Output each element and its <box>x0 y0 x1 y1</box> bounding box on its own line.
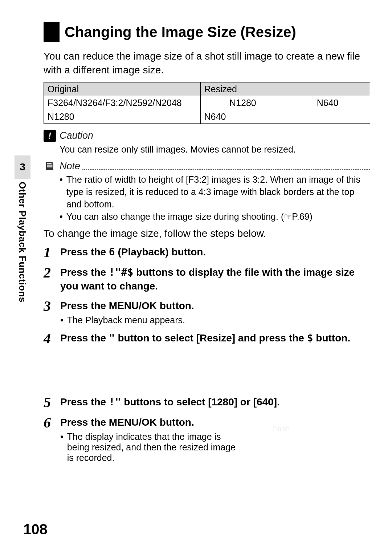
step-number: 4 <box>44 331 60 346</box>
caution-callout: ! Caution You can resize only still imag… <box>44 130 370 156</box>
table-header-original: Original <box>44 82 201 96</box>
intro-text: You can reduce the image size of a shot … <box>44 49 370 77</box>
note-callout: Note •The ratio of width to height of [F… <box>44 160 370 223</box>
table-row: N1280 N640 <box>44 110 370 123</box>
camera-screen: Finish <box>250 416 370 488</box>
step-3: 3 Press the MENU/OK button. •The Playbac… <box>44 299 370 325</box>
caution-icon: ! <box>44 130 56 142</box>
divider-dash <box>95 139 370 139</box>
table-row: F3264/N3264/F3:2/N2592/N2048 N1280 N640 <box>44 96 370 110</box>
note-item: You can also change the image size durin… <box>66 211 313 223</box>
step-title: Press the MENU/OK button. <box>60 299 370 313</box>
down-glyph: " <box>109 332 115 344</box>
step-number: 2 <box>44 266 60 293</box>
step-1: 1 Press the 6 (Playback) button. <box>44 245 370 260</box>
step-text: button to select [Resize] and press the <box>115 332 307 344</box>
table-cell: N1280 <box>44 110 201 123</box>
step-text: button. <box>313 332 351 344</box>
step-6: 6 Press the MENU/OK button. •The display… <box>44 416 370 488</box>
step-5: 5 Press the !" buttons to select [1280] … <box>44 395 370 410</box>
step-sub-text: The display indicates that the image is … <box>67 432 242 463</box>
step-title: Press the MENU/OK button. <box>60 416 242 429</box>
step-title: Press the !" buttons to select [1280] or… <box>60 395 370 409</box>
title-block-icon <box>44 22 60 42</box>
step-number: 3 <box>44 299 60 325</box>
table-cell: N640 <box>200 110 370 123</box>
page-title: Changing the Image Size (Resize) <box>65 24 296 40</box>
manual-page: 3 Other Playback Functions Changing the … <box>0 0 392 555</box>
title-bar: Changing the Image Size (Resize) <box>44 22 370 42</box>
step-text: Press the <box>60 267 109 278</box>
step-text: Press the <box>60 246 109 258</box>
step-number: 1 <box>44 245 60 260</box>
table-cell: F3264/N3264/F3:2/N2592/N2048 <box>44 96 201 110</box>
right-glyph: $ <box>307 332 313 344</box>
resize-table: Original Resized F3264/N3264/F3:2/N2592/… <box>44 82 370 124</box>
step-text: (Playback) button. <box>115 246 206 258</box>
content-area: Changing the Image Size (Resize) You can… <box>44 22 370 488</box>
side-section-number: 3 <box>20 161 25 173</box>
lead-in-text: To change the image size, follow the ste… <box>44 228 370 239</box>
step-title: Press the 6 (Playback) button. <box>60 245 370 259</box>
step-title: Press the !"#$ buttons to display the fi… <box>60 266 370 293</box>
step-2: 2 Press the !"#$ buttons to display the … <box>44 266 370 293</box>
step-text: buttons to select [1280] or [640]. <box>121 396 280 408</box>
caution-body: You can resize only still images. Movies… <box>60 143 296 156</box>
note-icon <box>44 160 56 172</box>
step-number: 5 <box>44 395 60 410</box>
step-text: Press the <box>60 332 109 344</box>
updown-glyphs: !" <box>109 396 121 408</box>
direction-glyphs: !"#$ <box>109 266 133 278</box>
side-section-tab: 3 <box>15 155 30 179</box>
table-header-resized: Resized <box>200 82 370 96</box>
side-section-label: Other Playback Functions <box>17 182 28 303</box>
caution-label: Caution <box>60 130 93 141</box>
step-4: 4 Press the " button to select [Resize] … <box>44 331 370 346</box>
step-sub-text: The Playback menu appears. <box>67 315 185 325</box>
step-title: Press the " button to select [Resize] an… <box>60 331 370 345</box>
page-number: 108 <box>23 521 48 538</box>
table-cell: N640 <box>285 96 370 110</box>
note-label: Note <box>60 161 80 172</box>
divider-dash <box>82 169 370 170</box>
playback-glyph: 6 <box>109 246 115 258</box>
note-item: The ratio of width to height of [F3:2] i… <box>66 174 370 210</box>
step-text: Press the <box>60 396 109 408</box>
table-cell: N1280 <box>200 96 285 110</box>
table-header-row: Original Resized <box>44 82 370 96</box>
finish-label: Finish <box>272 425 290 433</box>
note-list: •The ratio of width to height of [F3:2] … <box>60 174 370 223</box>
step-number: 6 <box>44 416 60 488</box>
